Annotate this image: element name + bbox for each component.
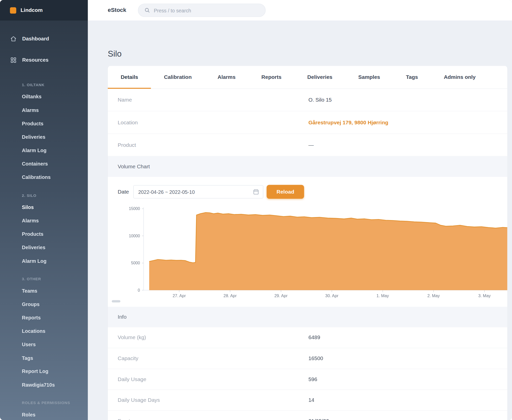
svg-text:1. May: 1. May	[376, 293, 389, 298]
svg-text:3. May: 3. May	[478, 293, 491, 298]
section-header-label: Volume Chart	[118, 164, 150, 170]
right-column: eStock Silo Details Calibration Alarms R…	[88, 0, 512, 420]
section-header-label: Info	[118, 314, 126, 320]
svg-text:10000: 10000	[129, 234, 140, 238]
sidebar-section-other: 3. OTHER Teams Groups Reports Locations …	[0, 276, 88, 391]
home-icon	[10, 36, 17, 42]
search-icon	[144, 7, 150, 13]
detail-value-product: —	[308, 142, 497, 148]
section-title: 1. OILTANK	[0, 82, 71, 87]
sidebar-item-tags[interactable]: Tags	[0, 351, 88, 365]
tab-alarms[interactable]: Alarms	[205, 66, 248, 88]
sidebar-item-resources[interactable]: Resources	[0, 52, 88, 67]
info-value-daily-usage-days: 14	[308, 397, 497, 403]
lindcom-logo[interactable]: Lindcom	[0, 0, 88, 20]
location-link[interactable]: Gårestrupvej 179, 9800 Hjørring	[308, 120, 497, 126]
grid-icon	[10, 57, 17, 63]
sidebar-item-silos[interactable]: Silos	[0, 201, 88, 214]
tab-tags[interactable]: Tags	[393, 66, 431, 88]
chart-controls: Date 2022-04-26 ~ 2022-05-10 Reload	[108, 177, 507, 202]
detail-label: Product	[118, 142, 308, 148]
search-bar[interactable]	[138, 4, 266, 17]
date-label: Date	[118, 189, 129, 195]
sidebar-item-rawdigia710s[interactable]: Rawdigia710s	[0, 378, 88, 391]
volume-chart: 05000100001500027. Apr28. Apr29. Apr30. …	[108, 206, 507, 303]
sidebar-item-silo-deliveries[interactable]: Deliveries	[0, 241, 88, 254]
detail-row-product: Product —	[108, 134, 507, 156]
svg-text:28. Apr: 28. Apr	[224, 293, 237, 298]
search-input[interactable]	[154, 7, 259, 13]
sidebar-item-users[interactable]: Users	[0, 338, 88, 351]
page-title: Silo	[108, 49, 507, 59]
sidebar-item-locations[interactable]: Locations	[0, 324, 88, 338]
tab-deliveries[interactable]: Deliveries	[294, 66, 345, 88]
detail-label: Location	[118, 120, 308, 126]
tab-details[interactable]: Details	[108, 66, 151, 88]
date-range-input[interactable]: 2022-04-26 ~ 2022-05-10	[133, 185, 263, 198]
sidebar-item-label: Dashboard	[22, 36, 49, 42]
detail-row-name: Name O. Silo 15	[108, 89, 507, 111]
sidebar-item-roles[interactable]: Roles	[0, 408, 88, 420]
sidebar-item-report-log[interactable]: Report Log	[0, 365, 88, 378]
sidebar-item-oiltank-alarm-log[interactable]: Alarm Log	[0, 144, 88, 157]
info-row-capacity: Capacity 16500	[108, 348, 507, 369]
info-label: Daily Usage	[118, 376, 308, 382]
svg-text:15000: 15000	[129, 206, 140, 211]
sidebar-item-silo-alarms[interactable]: Alarms	[0, 214, 88, 227]
sidebar-section-silo: 2. SILO Silos Alarms Products Deliveries…	[0, 193, 88, 268]
sidebar-section-oiltank: 1. OILTANK Oiltanks Alarms Products Deli…	[0, 82, 88, 184]
tab-samples[interactable]: Samples	[345, 66, 393, 88]
section-title: 3. OTHER	[0, 276, 71, 282]
info-label: Volume (kg)	[118, 335, 308, 341]
volume-chart-section-header: Volume Chart	[108, 156, 507, 177]
tab-admins-only[interactable]: Admins only	[431, 66, 488, 88]
sidebar-item-dashboard[interactable]: Dashboard	[0, 31, 88, 46]
svg-text:29. Apr: 29. Apr	[274, 293, 288, 298]
silo-detail-card: Details Calibration Alarms Reports Deliv…	[108, 66, 507, 420]
section-title: 2. SILO	[0, 193, 71, 198]
date-range-value: 2022-04-26 ~ 2022-05-10	[138, 189, 195, 195]
info-row-daily-usage: Daily Usage 596	[108, 369, 507, 390]
sidebar-item-groups[interactable]: Groups	[0, 298, 88, 311]
tab-reports[interactable]: Reports	[248, 66, 294, 88]
sidebar-item-silo-products[interactable]: Products	[0, 227, 88, 241]
info-value-daily-usage: 596	[308, 376, 497, 382]
sidebar-item-calibrations[interactable]: Calibrations	[0, 171, 88, 184]
volume-chart-svg: 05000100001500027. Apr28. Apr29. Apr30. …	[108, 206, 507, 303]
section-title: ROLES & PERMISSIONS	[0, 400, 71, 406]
calendar-icon[interactable]	[253, 189, 259, 195]
info-section-header: Info	[108, 307, 507, 327]
sidebar-item-silo-alarm-log[interactable]: Alarm Log	[0, 254, 88, 268]
logo-mark-icon	[10, 7, 16, 13]
chart-scrollbar-thumb[interactable]	[112, 300, 120, 302]
sidebar-item-oiltank-products[interactable]: Products	[0, 117, 88, 130]
info-label: Daily Usage Days	[118, 397, 308, 403]
sidebar-primary-nav: Dashboard Resources	[0, 31, 88, 74]
info-value-capacity: 16500	[308, 356, 497, 362]
logo-text: Lindcom	[20, 7, 42, 13]
svg-text:5000: 5000	[131, 261, 140, 265]
tab-bar: Details Calibration Alarms Reports Deliv…	[108, 66, 507, 89]
tab-calibration[interactable]: Calibration	[151, 66, 205, 88]
detail-label: Name	[118, 97, 308, 103]
app-window: Lindcom Dashboard Resources 1. OILTANK O…	[0, 0, 512, 420]
detail-value-name: O. Silo 15	[308, 97, 497, 103]
info-value-volume: 6489	[308, 335, 497, 341]
detail-row-location: Location Gårestrupvej 179, 9800 Hjørring	[108, 111, 507, 134]
sidebar-item-teams[interactable]: Teams	[0, 284, 88, 298]
info-value-empty: 21/05/22	[308, 418, 497, 420]
info-label: Capacity	[118, 356, 308, 362]
info-label: Empty	[118, 418, 308, 420]
app-name: eStock	[108, 7, 126, 14]
sidebar-item-oiltank-deliveries[interactable]: Deliveries	[0, 130, 88, 144]
sidebar-item-oiltanks[interactable]: Oiltanks	[0, 90, 88, 104]
sidebar-section-roles-permissions: ROLES & PERMISSIONS Roles	[0, 400, 88, 420]
svg-text:27. Apr: 27. Apr	[173, 293, 186, 298]
sidebar-item-containers[interactable]: Containers	[0, 157, 88, 171]
sidebar-item-reports[interactable]: Reports	[0, 311, 88, 324]
info-row-volume: Volume (kg) 6489	[108, 327, 507, 348]
topbar: eStock	[88, 0, 512, 20]
sidebar-item-oiltank-alarms[interactable]: Alarms	[0, 104, 88, 117]
info-row-empty: Empty 21/05/22	[108, 411, 507, 420]
reload-button[interactable]: Reload	[267, 185, 304, 199]
